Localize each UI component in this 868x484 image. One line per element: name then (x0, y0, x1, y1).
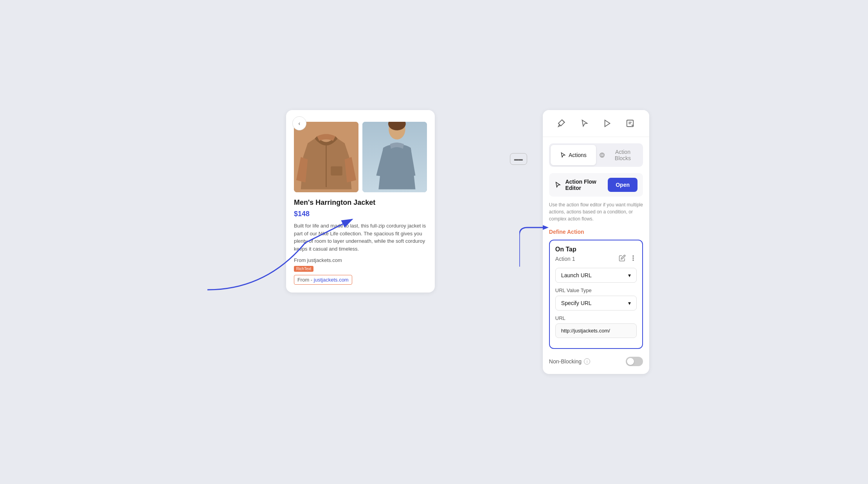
tab-action-blocks-label: Action Blocks (607, 149, 638, 161)
flow-editor-left: Action Flow Editor (555, 179, 608, 191)
edit-icon[interactable] (619, 255, 626, 263)
tabs-row: Actions Action Blocks (549, 143, 643, 167)
specify-url-label: Specify URL (561, 300, 592, 306)
main-container: ‹ (219, 110, 649, 374)
svg-point-14 (633, 256, 634, 256)
back-button[interactable]: ‹ (292, 116, 306, 130)
non-blocking-toggle[interactable] (626, 357, 643, 366)
jacket-image-left-svg (294, 122, 358, 192)
tool-template-icon[interactable] (623, 116, 637, 130)
blocks-tab-icon (599, 152, 605, 158)
back-icon: ‹ (299, 120, 301, 126)
product-description: Built for life and made to last, this fu… (294, 222, 427, 253)
open-button[interactable]: Open (608, 178, 637, 192)
panel-toolbar (543, 110, 649, 137)
from-text-plain: From justjackets.com (294, 257, 427, 263)
url-field-label: URL (555, 315, 637, 321)
svg-line-8 (563, 121, 565, 123)
middle-toolbar-button[interactable]: ▬▬ (510, 153, 527, 165)
non-blocking-row: Non-Blocking i (549, 355, 643, 368)
play-icon-svg (603, 119, 612, 128)
middle-toolbar: ▬▬ (510, 130, 527, 165)
action-card: On Tap Action 1 (549, 240, 643, 349)
product-name: Men's Harrington Jacket (294, 199, 427, 207)
flow-editor-description: Use the action flow editor if you want m… (549, 201, 643, 222)
actions-tab-icon (560, 152, 566, 158)
panel-body: Actions Action Blocks Action Flow Edito (543, 137, 649, 374)
launch-url-chevron: ▾ (628, 272, 631, 278)
svg-point-15 (633, 258, 634, 258)
launch-url-label: Launch URL (561, 272, 592, 278)
paint-icon-svg (558, 119, 566, 128)
cursor-icon-svg (580, 119, 589, 128)
more-options-icon[interactable] (630, 255, 637, 263)
action-card-row: Action 1 (555, 255, 637, 263)
url-input[interactable] (555, 323, 637, 338)
product-image-right (362, 122, 427, 192)
flow-editor-row: Action Flow Editor Open (549, 173, 643, 197)
jacket-image-right-svg (362, 122, 427, 192)
product-link[interactable]: justjackets.com (314, 277, 349, 283)
from-link-row: From - justjackets.com (294, 275, 352, 285)
launch-url-dropdown[interactable]: Launch URL ▾ (555, 268, 637, 283)
preview-area: ‹ (219, 110, 502, 293)
tool-cursor-icon[interactable] (578, 116, 592, 130)
flow-editor-icon (555, 181, 562, 189)
tab-actions[interactable]: Actions (551, 145, 596, 165)
define-action-label: Define Action (549, 229, 643, 235)
non-blocking-text: Non-Blocking (549, 358, 582, 365)
product-image-left (294, 122, 358, 192)
on-tap-label: On Tap (555, 246, 637, 253)
product-image-grid (294, 122, 427, 192)
right-panel: Actions Action Blocks Action Flow Edito (543, 110, 649, 374)
richtext-badge: RichText (294, 266, 313, 272)
url-field-section: URL (555, 315, 637, 338)
template-icon-svg (626, 119, 634, 128)
tool-paint-icon[interactable] (555, 116, 569, 130)
url-value-type-section: URL Value Type Specify URL ▾ (555, 287, 637, 311)
flow-editor-label: Action Flow Editor (565, 179, 608, 191)
svg-rect-2 (331, 166, 342, 176)
specify-url-chevron: ▾ (628, 300, 631, 306)
svg-marker-9 (605, 120, 610, 127)
tool-play-icon[interactable] (600, 116, 614, 130)
action-1-label: Action 1 (555, 256, 575, 262)
product-price: $148 (294, 210, 427, 218)
middle-toolbar-icon: ▬▬ (514, 157, 523, 161)
action-icons (619, 255, 637, 263)
svg-point-16 (633, 260, 634, 260)
from-label: From - (297, 277, 312, 283)
url-value-type-field-label: URL Value Type (555, 287, 637, 293)
product-card: ‹ (286, 110, 435, 293)
specify-url-dropdown[interactable]: Specify URL ▾ (555, 296, 637, 311)
info-icon[interactable]: i (584, 358, 590, 365)
preview-section: ‹ (219, 110, 527, 293)
non-blocking-label: Non-Blocking i (549, 358, 590, 365)
tab-action-blocks[interactable]: Action Blocks (596, 145, 641, 165)
tab-actions-label: Actions (569, 152, 587, 158)
